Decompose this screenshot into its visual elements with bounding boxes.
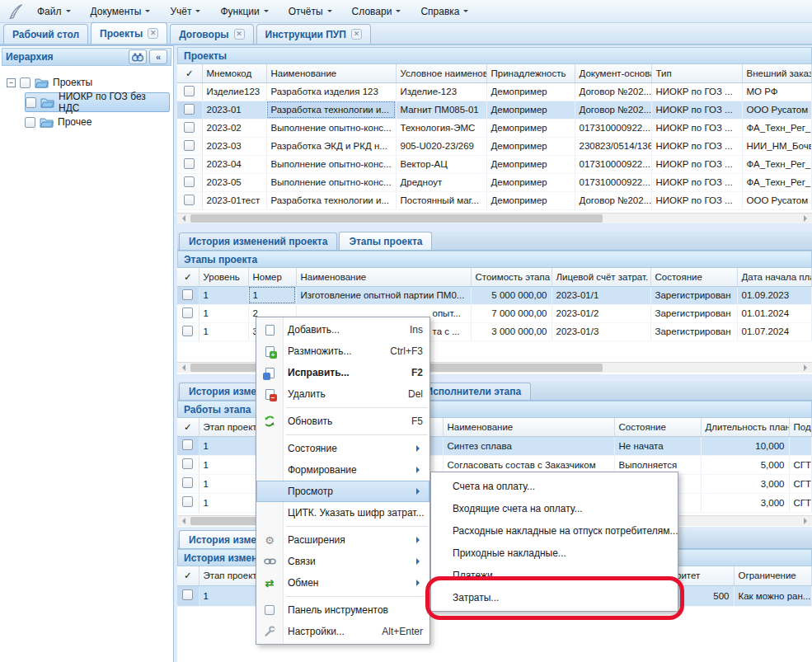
column-header[interactable]: Наименование bbox=[266, 64, 396, 82]
row-checkbox[interactable] bbox=[182, 496, 193, 507]
row-checkbox[interactable] bbox=[184, 122, 195, 133]
scroll-right-arrow[interactable] bbox=[800, 516, 812, 526]
column-header[interactable]: Номер bbox=[248, 268, 296, 286]
row-checkbox[interactable] bbox=[184, 195, 195, 205]
menu-item-refresh[interactable]: ОбновитьF5 bbox=[256, 411, 429, 432]
menu-item-edit[interactable]: Исправить...F2 bbox=[256, 362, 429, 383]
close-icon[interactable]: ✕ bbox=[351, 29, 362, 40]
column-header[interactable]: Состояние bbox=[614, 418, 701, 436]
menu-reports[interactable]: Отчёты bbox=[281, 2, 340, 21]
menu-item-settings[interactable]: Настройки...Alt+Enter bbox=[256, 621, 429, 642]
row-checkbox[interactable] bbox=[182, 326, 193, 336]
scroll-left-arrow[interactable] bbox=[177, 516, 189, 526]
table-row[interactable]: Изделие123Разработка изделия 123Изделие-… bbox=[177, 82, 812, 101]
column-header[interactable]: Наименование bbox=[443, 418, 614, 436]
menu-item-citk-cost-code[interactable]: ЦИТК. Указать шифр затрат... bbox=[256, 502, 429, 523]
scroll-right-arrow[interactable] bbox=[800, 363, 812, 373]
submenu-item-incoming-invoices[interactable]: Входящие счета на оплату... bbox=[431, 497, 678, 519]
column-header[interactable]: Состояние bbox=[650, 268, 737, 286]
row-checkbox[interactable] bbox=[182, 477, 193, 488]
tab-project-stages[interactable]: Этапы проекта bbox=[339, 232, 432, 250]
row-checkbox[interactable] bbox=[184, 86, 195, 96]
table-row[interactable]: 2023-04Выполнение опытно-конс...Вектор-А… bbox=[177, 155, 812, 173]
column-header[interactable]: Наименование bbox=[296, 268, 471, 286]
row-checkbox[interactable] bbox=[182, 458, 193, 469]
tab-instructions[interactable]: Инструкции ПУП✕ bbox=[256, 24, 371, 44]
horizontal-scrollbar[interactable] bbox=[177, 213, 812, 223]
table-row[interactable]: 2023-05Выполнение опытно-конс...Дредноут… bbox=[177, 173, 812, 191]
table-row[interactable]: 2023-01тестРазработка технологии и...Пос… bbox=[177, 191, 812, 209]
tree-checkbox[interactable] bbox=[26, 97, 36, 108]
menu-help[interactable]: Справка bbox=[413, 2, 476, 21]
menu-item-add[interactable]: Добавить...Ins bbox=[256, 319, 429, 340]
column-header[interactable]: Дата начала план bbox=[737, 268, 812, 286]
column-header[interactable]: ✓ bbox=[177, 566, 199, 585]
column-header[interactable]: Подр bbox=[789, 418, 812, 436]
row-checkbox[interactable] bbox=[182, 439, 193, 450]
scroll-right-arrow[interactable] bbox=[800, 214, 812, 223]
menu-item-exchange[interactable]: ⇄Обмен bbox=[256, 572, 429, 594]
column-header[interactable]: ✓ bbox=[177, 64, 202, 82]
menu-accounting[interactable]: Учёт bbox=[162, 2, 208, 21]
column-header[interactable]: Лицевой счёт затрат. bbox=[552, 268, 650, 286]
table-row[interactable]: 2023-03Разработка ЭКД и РКД н...905-U020… bbox=[177, 137, 812, 155]
row-checkbox[interactable] bbox=[182, 308, 193, 318]
row-checkbox[interactable] bbox=[182, 289, 193, 300]
table-row[interactable]: 2023-02Выполнение опытно-конс...Технолог… bbox=[177, 119, 812, 137]
submenu-item-outgoing-waybills[interactable]: Расходные накладные на отпуск потребител… bbox=[431, 519, 678, 542]
menu-item-duplicate[interactable]: Размножить...Ctrl+F3 bbox=[256, 340, 429, 362]
row-checkbox[interactable] bbox=[182, 589, 193, 600]
table-row[interactable]: 2023-01Разработка технологии и...Магнит … bbox=[177, 101, 812, 119]
column-header[interactable]: Принадлежность bbox=[486, 64, 575, 82]
tree-item-niokr[interactable]: НИОКР по ГОЗ без НДС bbox=[25, 92, 170, 112]
menu-dictionaries[interactable]: Словари bbox=[345, 2, 409, 21]
close-icon[interactable]: ✕ bbox=[234, 29, 245, 40]
row-checkbox[interactable] bbox=[184, 158, 195, 169]
table-row[interactable]: 11Изготовление опытной партии ПМ0...5 00… bbox=[177, 286, 812, 304]
column-header[interactable]: ✓ bbox=[177, 418, 199, 436]
submenu-item-invoices[interactable]: Счета на оплату... bbox=[431, 475, 678, 497]
row-checkbox[interactable] bbox=[184, 140, 195, 151]
scroll-left-arrow[interactable] bbox=[177, 214, 189, 223]
menu-item-delete[interactable]: УдалитьDel bbox=[256, 383, 429, 405]
scroll-left-arrow[interactable] bbox=[177, 363, 189, 373]
collapse-sidebar-button[interactable]: « bbox=[149, 49, 167, 64]
submenu-item-incoming-waybills[interactable]: Приходные накладные... bbox=[431, 542, 678, 564]
menu-item-forming[interactable]: Формирование bbox=[256, 459, 429, 481]
scrollbar-thumb[interactable] bbox=[190, 214, 603, 223]
column-header[interactable]: Ограничение bbox=[734, 566, 812, 585]
tab-projects[interactable]: Проекты✕ bbox=[91, 22, 167, 44]
submenu-item-costs[interactable]: Затраты... bbox=[431, 586, 678, 608]
menu-item-state[interactable]: Состояние bbox=[256, 438, 429, 459]
tab-stage-executors[interactable]: Исполнители этапа bbox=[416, 383, 532, 400]
tree-checkbox[interactable] bbox=[20, 77, 31, 88]
column-header[interactable]: Длительность план bbox=[701, 418, 789, 436]
row-checkbox[interactable] bbox=[184, 104, 195, 115]
tab-contracts[interactable]: Договоры✕ bbox=[170, 24, 253, 44]
tab-project-history[interactable]: История изменений проекта bbox=[179, 232, 337, 250]
column-header[interactable]: Уровень bbox=[199, 268, 248, 286]
menu-documents[interactable]: Документы bbox=[83, 2, 158, 21]
tab-desktop[interactable]: Рабочий стол bbox=[3, 24, 88, 44]
row-checkbox[interactable] bbox=[184, 176, 195, 187]
menu-item-toolbar-toggle[interactable]: Панель инструментов bbox=[256, 599, 429, 621]
collapse-expander-icon[interactable] bbox=[7, 78, 16, 87]
close-icon[interactable]: ✕ bbox=[148, 28, 158, 39]
column-header[interactable]: Внешний заказчик bbox=[742, 64, 812, 82]
tree-checkbox[interactable] bbox=[25, 117, 35, 128]
column-header[interactable]: ✓ bbox=[177, 268, 199, 286]
tree-item-projects[interactable]: Проекты bbox=[7, 73, 170, 92]
column-header[interactable]: Условное наименова bbox=[396, 64, 486, 82]
menu-item-view[interactable]: Просмотр bbox=[256, 481, 429, 502]
column-header[interactable]: Мнемокод bbox=[202, 64, 266, 82]
column-header[interactable]: Тип bbox=[651, 64, 742, 82]
menu-item-links[interactable]: Связи bbox=[256, 551, 429, 572]
menu-functions[interactable]: Функции bbox=[213, 2, 275, 21]
column-header[interactable]: Стоимость этапа bbox=[471, 268, 552, 286]
submenu-item-payments[interactable]: Платежи... bbox=[431, 564, 678, 586]
menu-item-extensions[interactable]: ⚙Расширения bbox=[256, 529, 429, 551]
tree-item-other[interactable]: Прочее bbox=[25, 112, 170, 132]
menu-file[interactable]: Файл bbox=[30, 2, 78, 21]
column-header[interactable]: Документ-основан bbox=[575, 64, 651, 82]
find-button[interactable] bbox=[129, 49, 147, 64]
